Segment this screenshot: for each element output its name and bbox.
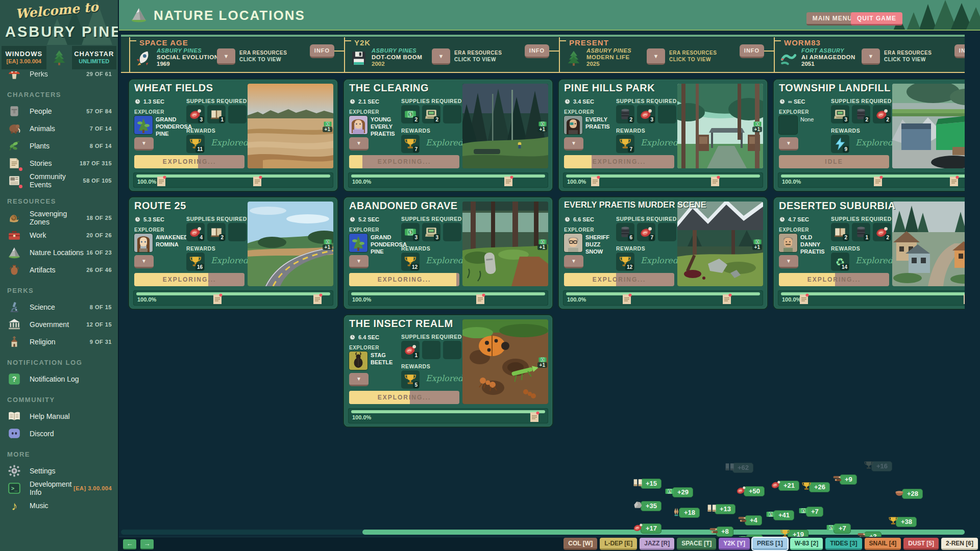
supply-slot-barrel: 2 [616, 105, 634, 123]
exploration-status-bar[interactable]: EXPLORING... [349, 155, 459, 168]
sidebar-item-science[interactable]: Science8 OF 15 [0, 298, 118, 316]
supply-count: 2 [885, 234, 891, 241]
era-info-button[interactable]: INFO [310, 44, 334, 58]
money-icon: $ [798, 506, 808, 518]
timer-icon [779, 216, 786, 222]
newspaper-icon [7, 173, 21, 188]
era-tag-snail-4-[interactable]: SNAIL [4] [865, 538, 901, 550]
rewards-label: REWARDS [831, 128, 860, 134]
exploration-status-bar[interactable]: EXPLORING... [349, 273, 459, 286]
explorer-dropdown-button[interactable]: ▼ [134, 137, 154, 151]
quit-game-button[interactable]: QUIT GAME [851, 12, 902, 26]
exploration-status-bar[interactable]: EXPLORING... [564, 155, 674, 168]
sidebar-item-label: Stories [30, 159, 80, 167]
sidebar-item-people[interactable]: People57 OF 84 [0, 103, 118, 120]
sidebar-item-count: [EA] 3.00.004 [74, 485, 112, 491]
note-icon[interactable] [622, 293, 632, 305]
sidebar-item-perks[interactable]: Perks29 OF 61 [0, 71, 118, 83]
card-footer: 100.0% [348, 172, 548, 188]
note-icon[interactable] [529, 411, 540, 423]
note-icon[interactable] [156, 176, 166, 187]
era-resources-label[interactable]: ERA RESOURCESCLICK TO VIEW [884, 49, 932, 63]
note-icon[interactable] [799, 293, 809, 305]
scroll-left-button[interactable]: ← [123, 539, 136, 549]
exploration-status-bar[interactable]: EXPLORING... [134, 155, 244, 168]
note-icon[interactable] [873, 176, 883, 187]
exploration-status-bar[interactable]: EXPLORING... [349, 391, 459, 404]
era-tag-l-dep-e-[interactable]: L-DEP [E] [600, 538, 637, 550]
location-scene-image: $+1 [892, 202, 965, 286]
sidebar-item-community-events[interactable]: Community Events58 OF 105 [0, 172, 118, 189]
explored-script-label: Explored. [426, 256, 465, 265]
rewards-label: REWARDS [401, 363, 430, 369]
sidebar-item-help-manual[interactable]: Help Manual [0, 408, 118, 425]
sidebar-item-animals[interactable]: Animals7 OF 14 [0, 120, 118, 137]
explorer-dropdown-button[interactable]: ▼ [349, 137, 369, 151]
sidebar-item-nature-locations[interactable]: Nature Locations16 OF 23 [0, 244, 118, 261]
exploration-status-bar[interactable]: EXPLORING... [564, 273, 674, 286]
era-tag-dust-5-[interactable]: DUST [5] [903, 538, 939, 550]
era-tag-pres-1-[interactable]: PRES [1] [752, 538, 788, 550]
era-resources-label[interactable]: ERA RESOURCESCLICK TO VIEW [239, 49, 287, 63]
explorer-dropdown-button[interactable]: ▼ [779, 255, 798, 268]
explorer-dropdown-button[interactable]: ▼ [779, 137, 798, 151]
note-icon[interactable] [312, 293, 323, 305]
era-place-name: ASBURY PINES [586, 47, 631, 54]
era-resources-label[interactable]: ERA RESOURCESCLICK TO VIEW [454, 49, 502, 63]
era-tag-w-83-2-[interactable]: W-83 [2] [790, 538, 823, 550]
mushroom-icon [7, 71, 21, 81]
explorer-dropdown-button[interactable]: ▼ [134, 255, 154, 268]
location-title: DESERTED SUBURBIA [779, 200, 896, 212]
era-subtitle: AI ARMAGEDDON [801, 54, 855, 61]
explorer-dropdown-button[interactable]: ▼ [349, 255, 369, 268]
note-icon[interactable] [475, 293, 485, 305]
floating-reward-logs: +4 [737, 514, 762, 527]
era-info-button[interactable]: INFO [740, 44, 764, 58]
era-tag-y2k-y-[interactable]: Y2K [Y] [719, 538, 750, 550]
note-icon[interactable] [503, 176, 513, 187]
svg-text:>_: >_ [11, 485, 18, 491]
exploration-status-bar[interactable]: EXPLORING... [779, 273, 889, 286]
era-tag-jazz-r-[interactable]: JAZZ [R] [640, 538, 674, 550]
note-icon[interactable] [710, 176, 720, 187]
explorer-dropdown-button[interactable]: ▼ [564, 255, 583, 268]
era-tag-2-ren-6-[interactable]: 2-REN [6] [941, 538, 978, 550]
era-resources-dropdown-button[interactable]: ▼ [647, 48, 665, 65]
sidebar-item-work[interactable]: Work20 OF 26 [0, 227, 118, 244]
explorer-dropdown-button[interactable]: ▼ [349, 373, 369, 386]
note-icon[interactable] [590, 176, 600, 187]
church-icon [7, 335, 21, 349]
sidebar-item-religion[interactable]: Religion9 OF 31 [0, 333, 118, 350]
supply-slot-money: $2 [401, 105, 420, 123]
sidebar-item-plants[interactable]: Plants8 OF 14 [0, 137, 118, 155]
era-info-button[interactable]: INFO [525, 44, 549, 58]
note-icon[interactable] [212, 293, 223, 305]
sidebar-item-scavenging-zones[interactable]: Scavenging Zones18 OF 25 [0, 209, 118, 227]
note-icon[interactable] [722, 293, 732, 305]
era-resources-dropdown-button[interactable]: ▼ [432, 48, 450, 65]
era-resources-dropdown-button[interactable]: ▼ [217, 48, 235, 65]
scroll-right-button[interactable]: → [140, 539, 154, 549]
sidebar-item-stories[interactable]: Stories187 OF 315 [0, 155, 118, 172]
location-scene-image: $+1 [677, 84, 763, 168]
era-tag-tides-3-[interactable]: TIDES [3] [825, 538, 862, 550]
sidebar-item-music[interactable]: ♪Music [0, 497, 118, 514]
sidebar-item-artifacts[interactable]: Artifacts26 OF 46 [0, 261, 118, 279]
sidebar-item-notification-log[interactable]: ?Notification Log [0, 370, 118, 388]
sidebar-item-development-info[interactable]: >_Development Info[EA] 3.00.004 [0, 480, 118, 497]
era-tag-space-t-[interactable]: SPACE [T] [677, 538, 716, 550]
sidebar-item-government[interactable]: Government12 OF 15 [0, 316, 118, 333]
exploration-status-bar[interactable]: IDLE [779, 155, 889, 168]
era-resources-label[interactable]: ERA RESOURCESCLICK TO VIEW [669, 49, 717, 63]
era-resources-title: ERA RESOURCES [454, 49, 502, 56]
note-icon[interactable] [252, 176, 262, 187]
era-tag-col-w-[interactable]: COL [W] [564, 538, 597, 550]
sidebar-item-settings[interactable]: Settings [0, 462, 118, 480]
era-info-button[interactable]: INFO [954, 44, 965, 58]
explorer-dropdown-button[interactable]: ▼ [564, 137, 583, 151]
note-icon[interactable] [949, 176, 959, 187]
era-resources-dropdown-button[interactable]: ▼ [862, 48, 880, 65]
exploration-status-bar[interactable]: EXPLORING... [134, 273, 244, 286]
sidebar-item-discord[interactable]: Discord [0, 425, 118, 442]
note-icon[interactable] [963, 293, 965, 305]
